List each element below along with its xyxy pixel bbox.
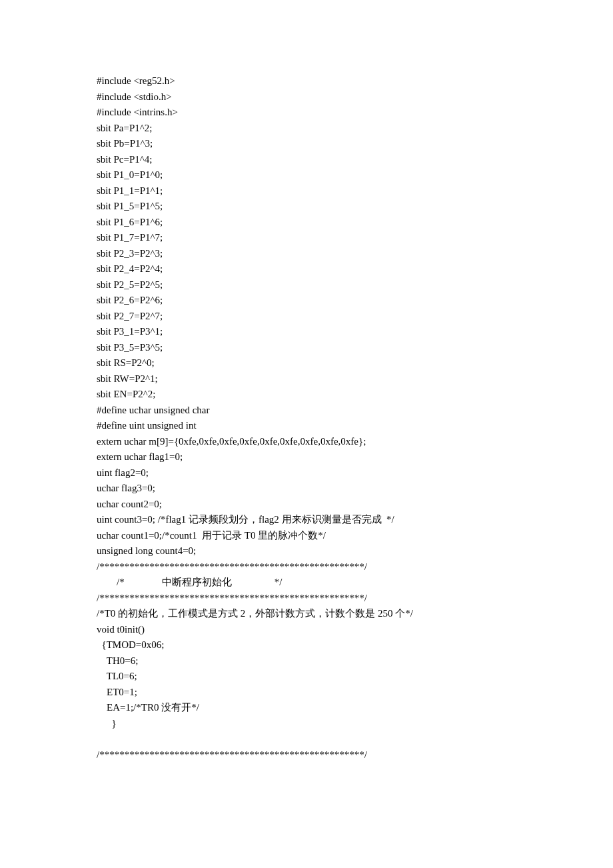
code-line: sbit Pc=P1^4;	[97, 152, 613, 168]
code-line: sbit P1_6=P1^6;	[97, 215, 613, 231]
code-line: sbit P1_7=P1^7;	[97, 230, 613, 246]
code-line: ET0=1;	[97, 685, 613, 701]
code-line: uint flag2=0;	[97, 465, 613, 481]
code-line: sbit P1_5=P1^5;	[97, 199, 613, 215]
code-line: sbit P2_6=P2^6;	[97, 293, 613, 309]
code-line: sbit P2_4=P2^4;	[97, 261, 613, 277]
code-line: sbit RW=P2^1;	[97, 371, 613, 387]
code-line: uchar flag3=0;	[97, 481, 613, 497]
code-line: #define uint unsigned int	[97, 418, 613, 434]
code-line: #include <intrins.h>	[97, 105, 613, 121]
code-line: EA=1;/*TR0 没有开*/	[97, 700, 613, 716]
code-line: sbit Pa=P1^2;	[97, 121, 613, 137]
code-line: void t0init()	[97, 622, 613, 638]
code-line: sbit P2_7=P2^7;	[97, 309, 613, 325]
code-line: sbit EN=P2^2;	[97, 387, 613, 403]
code-line: extern uchar flag1=0;	[97, 449, 613, 465]
code-line: {TMOD=0x06;	[97, 637, 613, 653]
code-line: }	[97, 716, 613, 732]
code-line: sbit P1_1=P1^1;	[97, 183, 613, 199]
code-line: sbit P3_5=P3^5;	[97, 340, 613, 356]
code-line: unsigned long count4=0;	[97, 543, 613, 559]
code-line	[97, 731, 613, 747]
code-line: TH0=6;	[97, 653, 613, 669]
code-line: #include <stdio.h>	[97, 89, 613, 105]
code-line: /***************************************…	[97, 747, 613, 763]
code-line: /***************************************…	[97, 591, 613, 607]
code-line: sbit P3_1=P3^1;	[97, 324, 613, 340]
code-line: #define uchar unsigned char	[97, 403, 613, 419]
code-line: sbit P2_5=P2^5;	[97, 277, 613, 293]
code-line: extern uchar m[9]={0xfe,0xfe,0xfe,0xfe,0…	[97, 434, 613, 450]
code-line: #include <reg52.h>	[97, 73, 613, 89]
code-line: sbit P1_0=P1^0;	[97, 167, 613, 183]
code-line: TL0=6;	[97, 669, 613, 685]
code-line: uint count3=0; /*flag1 记录频段划分，flag2 用来标识…	[97, 512, 613, 528]
code-line: /*T0 的初始化，工作模式是方式 2，外部计数方式，计数个数是 250 个*/	[97, 606, 613, 622]
code-line: /* 中断程序初始化 */	[97, 575, 613, 591]
code-line: sbit P2_3=P2^3;	[97, 246, 613, 262]
code-line: /***************************************…	[97, 559, 613, 575]
code-line: sbit Pb=P1^3;	[97, 136, 613, 152]
code-line: uchar count1=0;/*count1 用于记录 T0 里的脉冲个数*/	[97, 528, 613, 544]
document-page: #include <reg52.h>#include <stdio.h>#inc…	[0, 0, 613, 868]
code-line: uchar count2=0;	[97, 497, 613, 513]
code-line: sbit RS=P2^0;	[97, 355, 613, 371]
